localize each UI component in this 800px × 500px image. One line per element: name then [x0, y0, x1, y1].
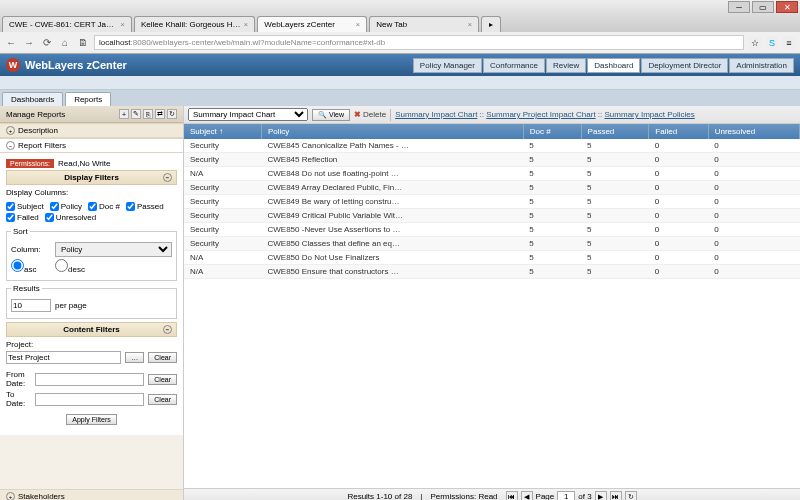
table-row[interactable]: N/ACWE848 Do not use floating-point …550… [184, 167, 800, 181]
expand-icon[interactable]: + [6, 492, 15, 500]
content-filters-header[interactable]: Content Filters− [6, 322, 177, 337]
close-icon[interactable]: × [468, 20, 473, 29]
apply-filters-button[interactable]: Apply Filters [66, 414, 117, 425]
toolbar [0, 76, 800, 90]
refresh-button[interactable]: ↻ [625, 491, 637, 501]
close-icon[interactable]: × [120, 20, 125, 29]
view-button[interactable]: 🔍 View [312, 109, 350, 121]
table-row[interactable]: SecurityCWE849 Critical Public Variable … [184, 209, 800, 223]
table-row[interactable]: SecurityCWE850 Classes that define an eq… [184, 237, 800, 251]
display-filters-header[interactable]: Display Filters− [6, 170, 177, 185]
subtab-dashboards[interactable]: Dashboards [2, 92, 63, 106]
chart-select[interactable]: Summary Impact Chart [188, 108, 308, 121]
minimize-button[interactable]: ─ [728, 1, 750, 13]
close-icon[interactable]: × [244, 20, 249, 29]
to-date-input[interactable] [35, 393, 144, 406]
tool-icon[interactable]: ✎ [131, 109, 141, 119]
sidebar: Manage Reports + ✎ ⎘ ⇄ ↻ +Description −R… [0, 106, 184, 500]
link-summary-impact[interactable]: Summary Impact Chart [395, 110, 477, 119]
column-header[interactable]: Subject ↑ [184, 124, 261, 139]
permissions-value: Read,No Write [58, 159, 110, 168]
page-input[interactable] [557, 491, 575, 500]
sort-legend: Sort [11, 227, 30, 236]
column-header[interactable]: Passed [581, 124, 649, 139]
browser-tab[interactable]: WebLayers zCenter× [257, 16, 367, 32]
tool-icon[interactable]: ⇄ [155, 109, 165, 119]
tool-icon[interactable]: + [119, 109, 129, 119]
app-title: WebLayers zCenter [25, 59, 127, 71]
collapse-icon[interactable]: − [6, 141, 15, 150]
new-tab-button[interactable]: ▸ [481, 16, 501, 32]
prev-page-button[interactable]: ◀ [521, 491, 533, 501]
section-stakeholders[interactable]: +Stakeholders [0, 489, 183, 500]
sort-column-select[interactable]: Policy [55, 242, 172, 257]
browser-tab[interactable]: CWE - CWE-861: CERT Jav…× [2, 16, 132, 32]
skype-icon[interactable]: S [765, 36, 779, 50]
chk-policy[interactable]: Policy [50, 202, 82, 211]
forward-button[interactable]: → [22, 36, 36, 50]
table-row[interactable]: SecurityCWE850 -Never Use Assertions to … [184, 223, 800, 237]
chk-subject[interactable]: Subject [6, 202, 44, 211]
display-columns-label: Display Columns: [6, 188, 177, 197]
results-per-page-input[interactable] [11, 299, 51, 312]
delete-button[interactable]: ✖Delete [354, 110, 386, 119]
sidebar-header: Manage Reports + ✎ ⎘ ⇄ ↻ [0, 106, 183, 123]
column-header[interactable]: Policy [261, 124, 523, 139]
subtab-reports[interactable]: Reports [65, 92, 111, 106]
home-button[interactable]: ⌂ [58, 36, 72, 50]
collapse-icon[interactable]: − [163, 325, 172, 334]
star-icon[interactable]: ☆ [748, 36, 762, 50]
permissions-badge: Permissions: [6, 159, 54, 168]
chk-unresolved[interactable]: Unresolved [45, 213, 96, 222]
table-row[interactable]: N/ACWE850 Do Not Use Finalizers5500 [184, 251, 800, 265]
back-button[interactable]: ← [4, 36, 18, 50]
first-page-button[interactable]: ⏮ [506, 491, 518, 501]
menu-icon[interactable]: ≡ [782, 36, 796, 50]
radio-asc[interactable]: asc [11, 259, 51, 274]
clear-button[interactable]: Clear [148, 352, 177, 363]
section-description[interactable]: +Description [0, 123, 183, 138]
section-report-filters[interactable]: −Report Filters [0, 138, 183, 153]
column-header[interactable]: Unresolved [708, 124, 799, 139]
expand-icon[interactable]: + [6, 126, 15, 135]
link-impact-policies[interactable]: Summary Impact Policies [605, 110, 695, 119]
nav-policy-manager[interactable]: Policy Manager [413, 58, 482, 73]
sidebar-title: Manage Reports [6, 110, 65, 119]
delete-icon: ✖ [354, 110, 361, 119]
clear-button[interactable]: Clear [148, 394, 177, 405]
next-page-button[interactable]: ▶ [595, 491, 607, 501]
table-row[interactable]: SecurityCWE849 Array Declared Public, Fi… [184, 181, 800, 195]
chk-passed[interactable]: Passed [126, 202, 164, 211]
reload-button[interactable]: ⟳ [40, 36, 54, 50]
browser-tab[interactable]: New Tab× [369, 16, 479, 32]
last-page-button[interactable]: ⏭ [610, 491, 622, 501]
tool-icon[interactable]: ↻ [167, 109, 177, 119]
nav-dashboard[interactable]: Dashboard [587, 58, 640, 73]
table-row[interactable]: SecurityCWE849 Be wary of letting constr… [184, 195, 800, 209]
nav-review[interactable]: Review [546, 58, 586, 73]
column-header[interactable]: Failed [649, 124, 708, 139]
table-row[interactable]: SecurityCWE845 Canonicalize Path Names -… [184, 139, 800, 153]
column-header[interactable]: Doc # [523, 124, 581, 139]
nav-conformance[interactable]: Conformance [483, 58, 545, 73]
project-input[interactable] [6, 351, 121, 364]
radio-desc[interactable]: desc [55, 259, 95, 274]
close-button[interactable]: ✕ [776, 1, 798, 13]
results-grid: Subject ↑PolicyDoc #PassedFailedUnresolv… [184, 124, 800, 488]
clear-button[interactable]: Clear [148, 374, 177, 385]
address-bar[interactable]: localhost:8080/weblayers-center/web/main… [94, 35, 744, 50]
browse-button[interactable]: … [125, 352, 144, 363]
chk-failed[interactable]: Failed [6, 213, 39, 222]
link-project-impact[interactable]: Summary Project Impact Chart [486, 110, 595, 119]
chk-doc[interactable]: Doc # [88, 202, 120, 211]
maximize-button[interactable]: ▭ [752, 1, 774, 13]
nav-admin[interactable]: Administration [729, 58, 794, 73]
nav-deployment[interactable]: Deployment Director [641, 58, 728, 73]
table-row[interactable]: SecurityCWE845 Reflection5500 [184, 153, 800, 167]
from-date-input[interactable] [35, 373, 144, 386]
browser-tab[interactable]: Kellee Khalil: Gorgeous H…× [134, 16, 255, 32]
close-icon[interactable]: × [356, 20, 361, 29]
collapse-icon[interactable]: − [163, 173, 172, 182]
tool-icon[interactable]: ⎘ [143, 109, 153, 119]
table-row[interactable]: N/ACWE850 Ensure that constructors …5500 [184, 265, 800, 279]
